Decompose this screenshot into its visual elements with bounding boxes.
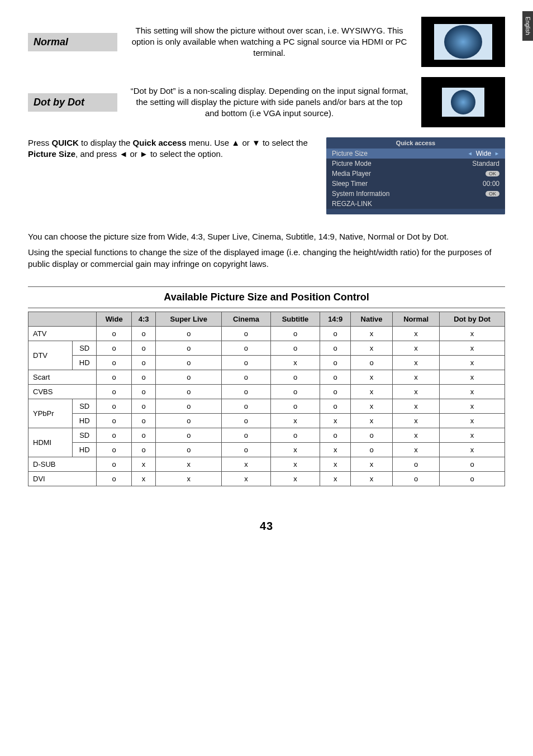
row-name: Scart: [28, 370, 97, 384]
table-cell: o: [320, 370, 351, 384]
mode-row-normal: Normal This setting will show the pictur…: [28, 17, 505, 67]
table-cell: o: [131, 413, 155, 428]
table-row: ATVooooooxxx: [28, 326, 505, 341]
table-cell: o: [97, 341, 131, 355]
quick-access-instruction: Press QUICK to display the Quick access …: [28, 137, 310, 160]
triangle-left-icon: ◄: [468, 151, 473, 156]
table-cell: o: [222, 399, 270, 413]
quick-item[interactable]: Media PlayerOK: [326, 169, 505, 179]
quick-item-label: System Information: [332, 190, 389, 198]
row-name: ATV: [28, 326, 97, 341]
table-row: CVBSooooooxxx: [28, 384, 505, 399]
table-row: HDMISDoooooooxx: [28, 428, 505, 442]
quick-item-label: Picture Size: [332, 150, 368, 157]
table-cell: x: [351, 413, 393, 428]
section-title: Available Picture Size and Position Cont…: [28, 286, 505, 308]
row-name: HDMI: [28, 428, 73, 457]
table-header: Wide: [97, 312, 131, 326]
ok-pill: OK: [486, 191, 499, 197]
table-cell: o: [320, 428, 351, 442]
quick-access-panel-title: Quick access: [326, 137, 505, 149]
table-cell: x: [393, 370, 440, 384]
table-header: Normal: [393, 312, 440, 326]
quick-item-value: ◄Wide►: [468, 150, 499, 157]
table-cell: x: [131, 457, 155, 471]
table-cell: x: [270, 442, 320, 457]
quick-item-value: Standard: [472, 160, 499, 168]
table-cell: o: [97, 399, 131, 413]
table-header: 14:9: [320, 312, 351, 326]
quick-item[interactable]: System InformationOK: [326, 189, 505, 199]
quick-item[interactable]: Picture Size◄Wide►: [326, 149, 505, 159]
row-sub: HD: [73, 442, 97, 457]
table-cell: o: [440, 457, 505, 471]
table-cell: o: [440, 471, 505, 486]
table-cell: x: [440, 399, 505, 413]
table-cell: o: [97, 428, 131, 442]
table-cell: x: [351, 457, 393, 471]
table-cell: x: [270, 457, 320, 471]
table-row: HDooooxooxx: [28, 355, 505, 370]
quick-access-panel: Quick access Picture Size◄Wide►Picture M…: [326, 137, 505, 214]
table-header: Super Live: [156, 312, 222, 326]
table-cell: x: [351, 326, 393, 341]
table-cell: o: [97, 442, 131, 457]
table-cell: x: [351, 341, 393, 355]
table-cell: o: [131, 399, 155, 413]
table-cell: o: [97, 413, 131, 428]
table-cell: o: [270, 326, 320, 341]
table-cell: x: [440, 384, 505, 399]
paragraph-copyright-note: Using the special functions to change th…: [28, 247, 505, 270]
table-cell: o: [131, 341, 155, 355]
table-cell: o: [97, 326, 131, 341]
table-cell: o: [97, 471, 131, 486]
table-cell: x: [131, 471, 155, 486]
table-cell: o: [156, 384, 222, 399]
table-cell: x: [351, 384, 393, 399]
table-cell: o: [97, 355, 131, 370]
table-row: HDooooxxoxx: [28, 442, 505, 457]
mode-desc-dotbydot: “Dot by Dot” is a non-scaling display. D…: [129, 85, 410, 119]
quick-item-label: Media Player: [332, 170, 371, 178]
row-sub: SD: [73, 428, 97, 442]
quick-item-label: Picture Mode: [332, 160, 372, 168]
table-cell: x: [320, 442, 351, 457]
preview-dotbydot-icon: [430, 82, 497, 122]
table-cell: o: [270, 428, 320, 442]
quick-access-row: Press QUICK to display the Quick access …: [28, 137, 505, 214]
table-cell: o: [156, 326, 222, 341]
table-cell: x: [440, 355, 505, 370]
row-sub: SD: [73, 341, 97, 355]
table-cell: o: [131, 442, 155, 457]
table-cell: o: [393, 471, 440, 486]
table-header: Cinema: [222, 312, 270, 326]
quick-item[interactable]: Sleep Timer00:00: [326, 179, 505, 189]
table-cell: o: [351, 355, 393, 370]
table-cell: o: [320, 326, 351, 341]
table-cell: o: [351, 442, 393, 457]
table-cell: o: [270, 399, 320, 413]
quick-item[interactable]: Picture ModeStandard: [326, 159, 505, 169]
row-name: CVBS: [28, 384, 97, 399]
table-cell: o: [320, 355, 351, 370]
table-cell: x: [393, 442, 440, 457]
mode-thumb-normal: [421, 17, 505, 67]
table-cell: x: [393, 413, 440, 428]
table-cell: o: [156, 442, 222, 457]
table-cell: o: [97, 457, 131, 471]
availability-table: Wide4:3Super LiveCinemaSubtitle14:9Nativ…: [28, 312, 505, 486]
table-cell: x: [393, 326, 440, 341]
row-sub: HD: [73, 355, 97, 370]
triangle-right-icon: ►: [494, 151, 499, 156]
table-cell: o: [222, 413, 270, 428]
table-header: 4:3: [131, 312, 155, 326]
table-cell: o: [131, 370, 155, 384]
quick-item[interactable]: REGZA-LINK: [326, 199, 505, 209]
row-name: YPbPr: [28, 399, 73, 428]
quick-item-label: REGZA-LINK: [332, 200, 372, 208]
table-cell: o: [156, 399, 222, 413]
table-cell: x: [156, 471, 222, 486]
table-row: DVIoxxxxxxoo: [28, 471, 505, 486]
table-cell: o: [222, 341, 270, 355]
table-header: Subtitle: [270, 312, 320, 326]
